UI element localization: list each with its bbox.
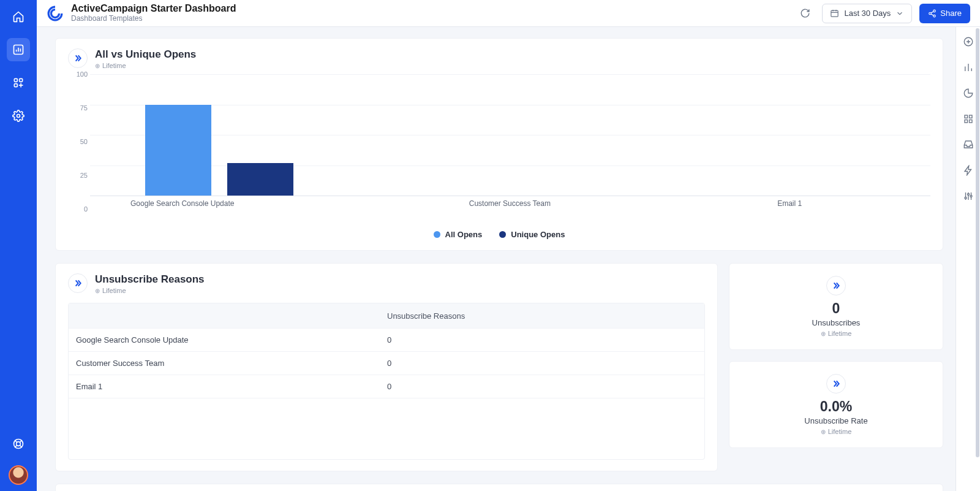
ytick: 0 <box>73 205 88 213</box>
svg-rect-1 <box>14 78 17 82</box>
row-value: 0 <box>387 335 704 344</box>
user-avatar[interactable] <box>9 465 28 485</box>
rail-bolt[interactable] <box>960 162 977 179</box>
row-name: Customer Success Team <box>69 359 387 368</box>
card-source-icon[interactable] <box>68 48 88 68</box>
bar-group: Customer Success Team <box>370 74 650 196</box>
row-value: 0 <box>387 359 704 368</box>
row-value: 0 <box>387 382 704 391</box>
svg-rect-2 <box>20 78 23 82</box>
refresh-icon <box>800 8 810 18</box>
share-label: Share <box>940 9 962 18</box>
table-empty-space <box>69 398 704 459</box>
svg-point-10 <box>933 15 936 17</box>
inbox-icon <box>963 139 974 150</box>
chart-legend: All Opens Unique Opens <box>68 230 930 239</box>
card-range: Lifetime <box>95 287 205 294</box>
rail-pie[interactable] <box>960 85 977 102</box>
row-name: Google Search Console Update <box>69 335 387 344</box>
legend-swatch <box>499 231 506 238</box>
card-hard-vs-soft-bounces: Hard vs Soft Bounces <box>55 484 943 491</box>
table-row: Google Search Console Update 0 <box>69 328 704 351</box>
svg-point-18 <box>970 196 972 197</box>
bolt-icon <box>963 165 974 176</box>
rail-sliders[interactable] <box>960 188 977 205</box>
unsubscribe-table: Unsubscribe Reasons Google Search Consol… <box>68 303 705 460</box>
scrollbar[interactable] <box>976 28 979 457</box>
metric-value: 0.0% <box>739 398 933 415</box>
table-row: Email 1 0 <box>69 375 704 398</box>
rail-chart[interactable] <box>960 59 977 76</box>
bar-chart-icon <box>12 44 24 56</box>
page-title: ActiveCampaign Starter Dashboard <box>71 3 236 14</box>
svg-rect-7 <box>831 10 838 17</box>
x-axis-label: Google Search Console Update <box>90 199 275 208</box>
chart-range: Lifetime <box>95 62 196 69</box>
table-col-header: Unsubscribe Reasons <box>387 311 704 321</box>
card-unsubscribe-reasons: Unsubscribe Reasons Lifetime Unsubscribe… <box>55 263 718 471</box>
legend-item-unique[interactable]: Unique Opens <box>499 230 565 239</box>
metric-range: Lifetime <box>739 428 933 435</box>
bar-group: Email 1 <box>650 74 930 196</box>
svg-rect-3 <box>14 84 17 87</box>
brand-logo <box>47 5 64 22</box>
nav-apps[interactable] <box>7 71 30 94</box>
chevron-down-icon <box>895 9 904 18</box>
share-button[interactable]: Share <box>919 4 970 23</box>
chevrons-right-icon <box>73 278 83 288</box>
legend-item-all[interactable]: All Opens <box>434 230 483 239</box>
date-range-picker[interactable]: Last 30 Days <box>822 4 912 23</box>
card-source-icon[interactable] <box>826 374 846 394</box>
nav-home[interactable] <box>7 5 30 28</box>
home-icon <box>12 10 24 23</box>
card-all-vs-unique-opens: All vs Unique Opens Lifetime 100 75 50 2… <box>55 38 943 251</box>
rail-grid[interactable] <box>960 110 977 128</box>
chart-title: All vs Unique Opens <box>95 48 196 61</box>
date-range-label: Last 30 Days <box>844 9 891 18</box>
nav-help[interactable] <box>7 432 30 455</box>
svg-point-9 <box>929 12 932 15</box>
rail-add[interactable] <box>960 33 977 50</box>
svg-point-16 <box>965 197 967 199</box>
row-name: Email 1 <box>69 382 387 391</box>
sliders-icon <box>963 191 974 202</box>
card-source-icon[interactable] <box>826 276 846 295</box>
svg-point-4 <box>17 115 20 118</box>
nav-dashboards[interactable] <box>7 38 30 61</box>
metric-value: 0 <box>739 300 933 317</box>
bars-icon <box>963 62 974 73</box>
grid-icon <box>963 113 974 124</box>
metric-label: Unsubscribes <box>739 318 933 327</box>
calendar-icon <box>830 9 839 18</box>
card-unsubscribes: 0 Unsubscribes Lifetime <box>729 263 943 350</box>
card-source-icon[interactable] <box>68 273 88 293</box>
ytick: 100 <box>73 70 88 78</box>
chevrons-right-icon <box>831 379 841 389</box>
ytick: 75 <box>73 104 88 112</box>
bar-group: Google Search Console Update <box>90 74 370 196</box>
nav-settings[interactable] <box>7 104 30 128</box>
lifebuoy-icon <box>12 438 24 450</box>
opens-chart: 100 75 50 25 0 Google Search <box>73 74 930 209</box>
gear-icon <box>12 110 24 122</box>
chevrons-right-icon <box>831 281 841 291</box>
topbar: ActiveCampaign Starter Dashboard Dashboa… <box>37 0 980 27</box>
chart-bars: Google Search Console Update Customer Su… <box>90 74 930 196</box>
svg-rect-13 <box>969 115 972 118</box>
ytick: 50 <box>73 138 88 145</box>
breadcrumb[interactable]: Dashboard Templates <box>71 15 236 23</box>
apps-grid-icon <box>12 77 24 89</box>
legend-swatch <box>434 231 440 238</box>
main-content: All vs Unique Opens Lifetime 100 75 50 2… <box>37 27 956 491</box>
svg-point-17 <box>967 194 969 196</box>
pie-icon <box>963 88 974 99</box>
metric-label: Unsubscribe Rate <box>739 416 933 425</box>
chevrons-right-icon <box>73 53 83 63</box>
svg-rect-12 <box>965 115 968 118</box>
share-icon <box>928 9 937 18</box>
svg-rect-15 <box>969 120 972 123</box>
bar-all-opens <box>145 105 211 196</box>
card-title: Unsubscribe Reasons <box>95 273 205 286</box>
refresh-button[interactable] <box>795 4 815 23</box>
rail-inbox[interactable] <box>960 136 977 153</box>
